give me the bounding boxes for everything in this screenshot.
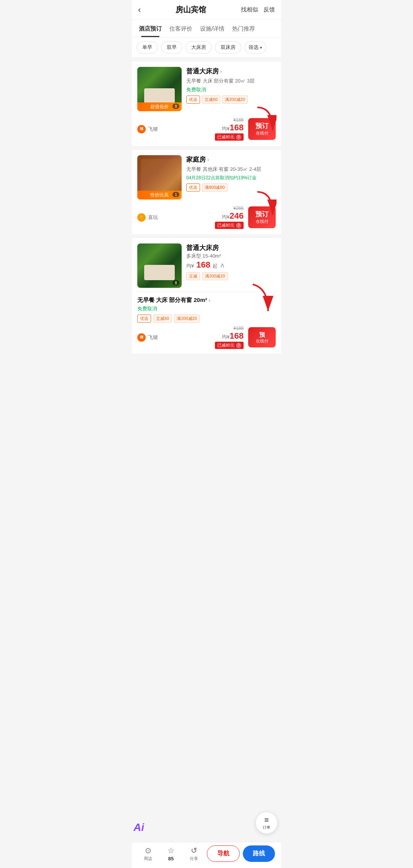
filter-more-label: 筛选 [249, 44, 259, 51]
source-name-2: 喜玩 [148, 214, 158, 221]
source-icon-xiyuan: 😊 [137, 213, 146, 222]
sub-price-wrap: ¥188 均¥168 已减80元 ? [215, 326, 244, 349]
header-actions: 找相似 反馈 [241, 6, 275, 13]
room-card-3: 8 普通大床房 多床型 15-40m² 均¥ 168 起 ∧ 立减 [132, 238, 281, 354]
filter-more[interactable]: 筛选 ▾ [244, 41, 266, 54]
room-tag-youxuan-1: 优选 [186, 96, 200, 104]
discount-question-icon-2[interactable]: ? [236, 223, 241, 228]
source-name-1: 飞猪 [148, 126, 158, 133]
sub-booking-title[interactable]: 无早餐 大床 部分有窗 20m² › [137, 297, 276, 304]
room-tag-liji-3: 立减 [186, 272, 200, 280]
page-title: 房山宾馆 [176, 5, 206, 15]
room-desc-2: 无早餐 其他床 有窗 20-35㎡ 2-4层 [186, 165, 276, 173]
room-name-arrow-icon-2: › [207, 157, 209, 162]
feedback-button[interactable]: 反馈 [263, 6, 275, 13]
room-info-2: 家庭房 › 无早餐 其他床 有窗 20-35㎡ 2-4层 04月28日22点前取… [186, 155, 276, 200]
room-name-3[interactable]: 普通大床房 [186, 243, 276, 252]
sub-booking-bottom: 猪 飞猪 ¥188 均¥168 已减80元 ? [137, 326, 276, 349]
sub-title-arrow-icon: › [209, 297, 210, 303]
sub-booking-cancel: 免费取消 [137, 305, 276, 312]
find-similar-button[interactable]: 找相似 [241, 6, 258, 13]
room-price-3: 168 [196, 260, 210, 270]
sub-tag-youxuan: 优选 [137, 315, 151, 323]
room-name-arrow-icon: › [220, 68, 222, 74]
room-price-suffix-3: 起 [213, 263, 218, 269]
tab-hotel-booking[interactable]: 酒店预订 [135, 20, 166, 37]
sub-tag-man: 满200减20 [174, 315, 200, 323]
book-button-3[interactable]: 预 在线付 [248, 327, 276, 348]
room-price-new-1: 均¥168 [222, 123, 244, 133]
sub-source-icon: 猪 [137, 333, 146, 342]
room-booking-row-1: 猪 飞猪 ¥188 均¥168 已减80元 ? [132, 114, 281, 146]
chevron-up-icon-3[interactable]: ∧ [220, 261, 225, 269]
source-icon-feizhu: 猪 [137, 125, 146, 133]
header: ‹ 房山宾馆 找相似 反馈 [132, 0, 281, 20]
book-button-2[interactable]: 预订 在线付 [248, 206, 276, 228]
back-button[interactable]: ‹ [138, 5, 141, 15]
room-booking-row-2: 😊 喜玩 ¥266 均¥246 已减80元 ? [132, 203, 281, 234]
room-image-wrap-3: 8 [137, 243, 182, 288]
room-price-wrap-2: ¥266 均¥246 已减80元 ? [215, 206, 244, 229]
room-tag-man-1: 满200减20 [222, 96, 248, 104]
sub-source: 猪 飞猪 [137, 333, 158, 342]
room-desc-1: 无早餐 大床 部分有窗 20㎡ 3层 [186, 77, 276, 85]
sub-booking-row: 无早餐 大床 部分有窗 20m² › 免费取消 优选 立减60 满200减20 … [137, 292, 276, 354]
tab-guest-review[interactable]: 住客评价 [166, 20, 196, 37]
room-cancel-2: 04月28日22点前取消扣约19%订金 [186, 175, 276, 181]
room-tag-man-2: 满800减80 [202, 183, 228, 191]
sub-price-discount: 已减80元 ? [215, 342, 244, 349]
sub-tag-liji: 立减60 [153, 315, 172, 323]
room-info-3: 普通大床房 多床型 15-40m² 均¥ 168 起 ∧ 立减 满200减20 [186, 243, 276, 280]
chevron-down-icon: ▾ [260, 45, 262, 50]
sub-price-old: ¥188 [233, 326, 244, 331]
discount-question-icon-1[interactable]: ? [236, 135, 241, 140]
filter-twin-bed[interactable]: 双床房 [215, 41, 241, 54]
room-price-discount-2: 已减80元 ? [215, 222, 244, 229]
room-image-wrap-1: 超值低价 8 [137, 67, 182, 111]
room-tags-2: 优选 满800减80 [186, 183, 276, 191]
room-card-1: 超值低价 8 普通大床房 › 无早餐 大床 部分有窗 20㎡ 3层 免费取消 优… [132, 62, 281, 146]
room-image-count-3: 8 [172, 280, 179, 286]
room-source-2: 😊 喜玩 [137, 213, 158, 222]
room-price-wrap-1: ¥188 均¥168 已减80元 ? [215, 117, 244, 141]
room-desc-3: 多床型 15-40m² [186, 252, 276, 260]
room-tag-youxuan-2: 优选 [186, 183, 200, 191]
room-price-new-2: 均¥246 [222, 211, 244, 221]
tabs: 酒店预订 住客评价 设施/详情 热门推荐 [132, 20, 281, 37]
room-info-1: 普通大床房 › 无早餐 大床 部分有窗 20㎡ 3层 免费取消 优选 立减60 … [186, 67, 276, 111]
room-image-wrap-2: 性价比高 1 [137, 155, 182, 200]
room-price-old-2: ¥266 [233, 206, 244, 211]
room-name-1[interactable]: 普通大床房 › [186, 67, 276, 76]
sub-booking-tags: 优选 立减60 满200减20 [137, 315, 276, 323]
sub-price-new: 均¥168 [222, 331, 244, 341]
room-image-count-1: 8 [172, 104, 179, 109]
room-price-row-3: 均¥ 168 起 ∧ [186, 260, 276, 270]
room-card-2: 性价比高 1 家庭房 › 无早餐 其他床 有窗 20-35㎡ 2-4层 04月2… [132, 150, 281, 234]
sub-discount-question-icon[interactable]: ? [236, 343, 241, 348]
tab-hot-recommend[interactable]: 热门推荐 [228, 20, 259, 37]
tab-facilities[interactable]: 设施/详情 [196, 20, 228, 37]
room-price-discount-1: 已减80元 ? [215, 133, 244, 141]
filter-double-breakfast[interactable]: 双早 [161, 41, 182, 54]
room-name-2[interactable]: 家庭房 › [186, 155, 276, 164]
filter-single-breakfast[interactable]: 单早 [137, 41, 158, 54]
filter-bar: 单早 双早 大床房 双床房 筛选 ▾ [132, 37, 281, 58]
room-tag-man-3: 满200减20 [202, 272, 228, 280]
room-tags-3: 立减 满200减20 [186, 272, 276, 280]
room-tag-liji-1: 立减60 [202, 96, 220, 104]
sub-source-name: 飞猪 [148, 334, 158, 341]
room-price-old-1: ¥188 [233, 117, 244, 123]
room-list: 超值低价 8 普通大床房 › 无早餐 大床 部分有窗 20㎡ 3层 免费取消 优… [132, 58, 281, 357]
filter-king-bed[interactable]: 大床房 [185, 41, 212, 54]
book-button-1[interactable]: 预订 在线付 [248, 118, 276, 140]
room-tags-1: 优选 立减60 满200减20 [186, 96, 276, 104]
room-cancel-1: 免费取消 [186, 86, 276, 93]
room-image-count-2: 1 [172, 192, 179, 197]
room-source-1: 猪 飞猪 [137, 125, 158, 133]
